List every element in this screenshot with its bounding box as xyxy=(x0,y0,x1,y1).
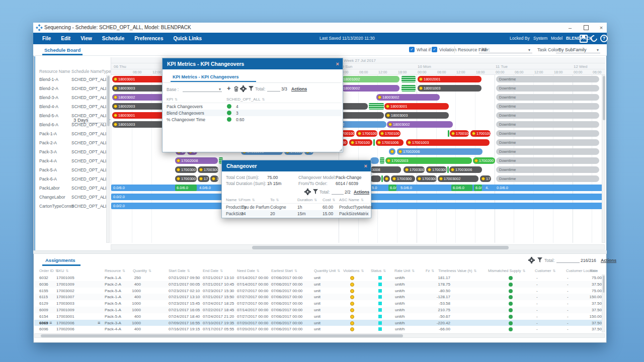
maximize-button[interactable] xyxy=(581,24,592,32)
column-header[interactable]: SCHED_OPT_ALL⇅ xyxy=(226,97,265,102)
resource-row[interactable]: Pack-4-ASCHED_OPT_ALL- xyxy=(34,156,106,165)
resource-row[interactable]: Blend-3-ASCHED_OPT_ALL- xyxy=(34,93,106,102)
close-icon[interactable]: × xyxy=(336,60,339,67)
resource-vscrollbar[interactable] xyxy=(106,75,110,243)
kpi-row[interactable]: % Changeover Time0:60 xyxy=(163,116,342,123)
filter-icon[interactable] xyxy=(537,257,542,262)
column-header[interactable]: To⇅ xyxy=(270,198,279,202)
task-bar[interactable]: 18003001 xyxy=(384,103,449,110)
task-bar[interactable]: 1700100 xyxy=(349,139,372,146)
total-input[interactable] xyxy=(267,86,280,92)
column-header[interactable]: Quantity⇅ xyxy=(133,268,151,273)
assignment-row[interactable]: 615517003002Pack-5-A100007/23/2017 02:10… xyxy=(34,288,605,294)
column-header[interactable]: Resource⇅ xyxy=(105,268,125,273)
utilization-bar[interactable]: 0.0/6.0 xyxy=(495,185,515,191)
assignment-row[interactable]: 612917003003Pack-5-A100007/23/2017 15:45… xyxy=(34,300,605,307)
downtime-bar[interactable]: Downtime xyxy=(496,157,599,164)
downtime-bar[interactable]: Downtime xyxy=(496,85,599,92)
utilization-bar[interactable]: 6.0/ xyxy=(474,185,482,191)
resource-row[interactable]: Pack-2-ASCHED_OPT_ALL- xyxy=(34,138,106,147)
column-header[interactable]: Customer⇅ xyxy=(535,268,555,273)
column-header[interactable]: Duration⇅ xyxy=(297,198,317,202)
base-select[interactable] xyxy=(183,86,222,92)
utilization-bar[interactable]: 6.0/6.0 xyxy=(175,185,197,191)
column-header[interactable]: From⇅ xyxy=(241,198,255,202)
assignment-row[interactable]: 600917001009Pack-1-A100007/21/2017 16:05… xyxy=(34,307,605,313)
close-icon[interactable]: × xyxy=(364,162,367,169)
task-bar[interactable]: 1700300 xyxy=(416,175,437,182)
assignments-hscrollbar[interactable] xyxy=(34,333,605,338)
column-header[interactable]: Mismatched Supply⇅ xyxy=(488,268,525,273)
task-bar[interactable]: 1700100 xyxy=(450,130,469,137)
drag-handle-icon[interactable]: ≡ xyxy=(98,320,100,325)
actions-link[interactable]: Actions xyxy=(601,258,616,263)
column-header[interactable]: Earliest Start⇅ xyxy=(271,268,297,273)
task-bar[interactable]: 17003003 xyxy=(198,166,218,173)
utilization-bar[interactable]: 6.0/6.0 xyxy=(451,185,472,191)
column-header[interactable]: Fz⇅ xyxy=(426,268,434,273)
resource-row[interactable]: CartonTypeConstrSCHED_OPT_ALL- xyxy=(34,202,106,211)
dialog-title[interactable]: Changeover xyxy=(222,160,371,171)
resize-handle[interactable] xyxy=(339,148,342,151)
utilization-bar[interactable]: 6.0/ xyxy=(388,185,396,191)
task-bar[interactable]: 1700100 xyxy=(379,130,400,137)
task-bar[interactable]: 1700300 xyxy=(391,175,415,182)
downtime-bar[interactable]: Downtime xyxy=(496,103,599,110)
task-bar[interactable]: 1700300 xyxy=(175,166,197,173)
downtime-bar[interactable]: Downtime xyxy=(496,130,599,137)
column-header[interactable]: ASC Name⇅ xyxy=(339,198,364,202)
scrollbar-thumb[interactable] xyxy=(252,246,509,249)
column-header[interactable]: Status⇅ xyxy=(371,268,386,273)
changeover-bar[interactable] xyxy=(369,103,384,110)
assignment-row[interactable]: 609617002006Pack-4-A40007/16/2017 19:150… xyxy=(34,326,605,332)
changeover-bar[interactable] xyxy=(401,76,416,82)
utilization-bar[interactable]: 5.0/6.0 xyxy=(399,185,429,191)
task-bar[interactable]: 3008 xyxy=(370,166,401,173)
gear-icon[interactable] xyxy=(529,258,534,262)
resource-row[interactable]: Pack-5-ASCHED_OPT_ALL- xyxy=(34,165,106,174)
column-header[interactable]: Rate Unit⇅ xyxy=(394,268,415,273)
downtime-bar[interactable]: Downtime xyxy=(496,112,599,119)
column-header[interactable]: KPI⇅ xyxy=(167,97,178,102)
panel-splitter[interactable] xyxy=(33,250,607,254)
resource-row[interactable]: ChangeLaborSCHED_OPT_ALL- xyxy=(34,193,106,202)
menu-item-preferences[interactable]: Preferences xyxy=(134,36,163,41)
task-bar[interactable]: 1700300 xyxy=(404,166,425,173)
column-header[interactable]: Order ID⇅ xyxy=(39,268,58,273)
resource-row[interactable]: Blend-5-ASCHED_OPT_ALL- xyxy=(34,111,106,120)
violation-checkbox[interactable]: ✓ xyxy=(432,47,437,52)
filter-icon[interactable] xyxy=(249,86,254,91)
task-bar[interactable]: 2 xyxy=(341,121,386,128)
menu-item-view[interactable]: View xyxy=(80,36,92,41)
downtime-bar[interactable]: Downtime xyxy=(496,94,599,101)
resource-row[interactable]: Blend-1-ASCHED_OPT_ALL- xyxy=(34,75,106,84)
task-bar[interactable]: 17 xyxy=(480,175,491,182)
minimize-button[interactable]: – xyxy=(565,24,576,32)
tab-schedule-board[interactable]: Schedule Board xyxy=(44,47,80,53)
column-header[interactable]: SKU⇅ xyxy=(56,268,68,273)
menu-item-schedule[interactable]: Schedule xyxy=(102,36,124,41)
gear-icon[interactable] xyxy=(241,86,246,91)
trash-icon[interactable] xyxy=(234,86,238,92)
task-bar[interactable] xyxy=(341,103,368,110)
task-bar[interactable]: 1700300 xyxy=(175,175,197,182)
actions-link[interactable]: Actions xyxy=(354,190,369,195)
drag-handle-icon[interactable]: ≡ xyxy=(49,320,52,325)
task-bar[interactable]: 1700100 xyxy=(470,130,491,137)
task-bar[interactable] xyxy=(341,112,384,119)
resource-row[interactable]: Blend-2-ASCHED_OPT_ALL- xyxy=(34,84,106,93)
scrollbar-thumb[interactable] xyxy=(41,334,403,337)
task-bar[interactable]: 18001003 xyxy=(418,85,481,92)
menu-item-edit[interactable]: Edit xyxy=(61,36,70,41)
task-bar[interactable]: 1700300 xyxy=(426,166,447,173)
task-bar[interactable]: 18003002 xyxy=(376,94,440,101)
dialog-title[interactable]: KPI Metrics - KPI Changeovers xyxy=(163,58,343,69)
kpi-dialog-tab[interactable]: KPI Metrics - KPI Changeovers xyxy=(173,74,239,79)
changeover-row[interactable]: Product TyEau de ParfumCologne1h60.00Pro… xyxy=(222,204,370,210)
resource-row[interactable]: Blend-6-ASCHED_OPT_ALL- xyxy=(34,120,106,129)
changeover-bar[interactable] xyxy=(401,85,416,92)
assignment-row[interactable]: 606917002006Pack-3-A100007/09/2017 16:55… xyxy=(34,320,605,326)
task-bar[interactable]: 17002003 xyxy=(385,157,472,164)
column-header[interactable]: Start Date⇅ xyxy=(169,268,190,273)
resource-row[interactable]: Blend-4-ASCHED_OPT_ALL- xyxy=(34,102,106,111)
